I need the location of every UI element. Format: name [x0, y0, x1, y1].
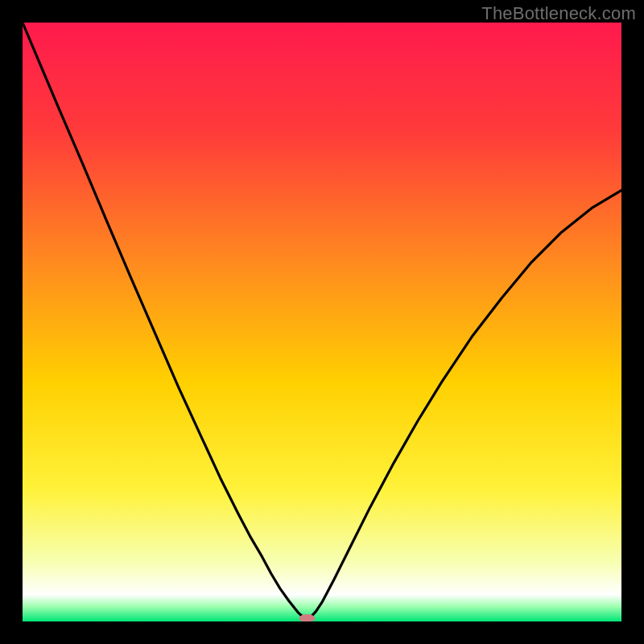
plot-area [23, 23, 621, 621]
chart-frame: TheBottleneck.com [0, 0, 644, 644]
watermark-text: TheBottleneck.com [481, 3, 636, 24]
chart-svg [23, 23, 621, 621]
gradient-background [23, 23, 621, 621]
